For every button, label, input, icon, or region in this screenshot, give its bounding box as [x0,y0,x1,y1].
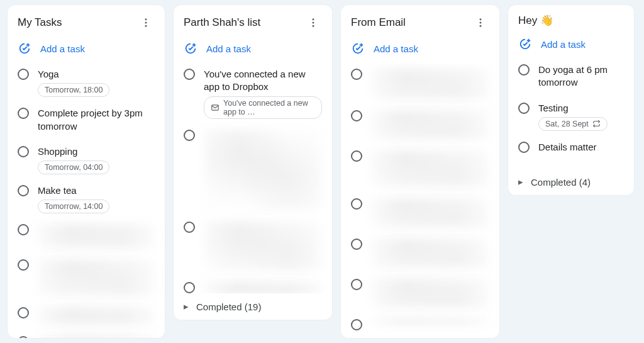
task-item-redacted[interactable] [350,104,491,145]
list-hey: Hey 👋 Add a task Do yoga at 6 pm tomorro… [508,5,634,195]
task-footer-text: Approaching!👀 What's Ahead? [350,335,491,338]
list-from-email: From Email Add a task [341,5,499,338]
task-date-chip[interactable]: Tomorrow, 04:00 [38,160,109,174]
add-task-icon [184,42,197,55]
svg-point-2 [145,25,147,27]
task-title: Shopping [38,145,155,158]
list-title: From Email [351,16,406,29]
task-checkbox[interactable] [351,198,362,210]
list-header: Hey 👋 [508,5,634,31]
task-checkbox[interactable] [351,319,362,330]
task-checkbox[interactable] [18,224,29,235]
more-button[interactable] [472,14,489,31]
svg-point-6 [313,22,314,24]
task-item-redacted[interactable] [350,313,491,335]
add-task-label: Add a task [206,43,251,54]
task-email-chip[interactable]: You've connected a new app to … [204,96,322,119]
task-item-redacted[interactable] [16,254,156,301]
task-date-chip[interactable]: Sat, 28 Sept [538,117,608,131]
add-task-label: Add a task [40,43,85,54]
task-checkbox[interactable] [184,130,195,141]
task-checkbox[interactable] [518,142,530,153]
task-checkbox[interactable] [18,185,29,196]
svg-point-0 [145,18,147,20]
task-item-redacted[interactable] [350,145,491,193]
task-item-redacted[interactable] [16,330,156,338]
task-item[interactable]: Testing Sat, 28 Sept [517,97,625,136]
task-checkbox[interactable] [18,307,29,318]
list-title: Hey 👋 [518,14,553,27]
task-checkbox[interactable] [518,64,530,76]
task-item-redacted[interactable] [350,63,491,104]
task-checkbox[interactable] [184,222,195,233]
caret-right-icon: ▸ [184,301,189,312]
task-checkbox[interactable] [518,103,530,114]
add-task-button[interactable]: Add a task [341,35,499,63]
completed-label: Completed (19) [196,301,261,312]
task-item[interactable]: Do yoga at 6 pm tomorrow [517,59,625,97]
more-vert-icon [308,17,319,28]
completed-section-toggle[interactable]: ▸ Completed (4) [508,169,634,195]
add-task-button[interactable]: Add a task [174,35,332,63]
task-checkbox[interactable] [184,69,195,80]
task-checkbox[interactable] [18,69,29,80]
task-checkbox[interactable] [351,110,362,121]
task-checkbox[interactable] [184,282,195,293]
task-item[interactable]: Shopping Tomorrow, 04:00 [16,140,156,179]
task-checkbox[interactable] [351,279,362,290]
task-item[interactable]: Make tea Tomorrow, 14:00 [16,179,156,218]
list-header: From Email [341,5,499,35]
task-item[interactable]: Details matter [517,136,625,161]
task-item[interactable]: Yoga Tomorrow, 18:00 [16,63,156,102]
repeat-icon [592,120,601,128]
list-my-tasks: My Tasks Add a task Yoga Tomorrow, 18:00… [8,5,165,338]
task-item-redacted[interactable] [350,273,491,313]
task-checkbox[interactable] [351,239,362,250]
list-header: My Tasks [8,5,165,35]
more-vert-icon [475,17,486,28]
task-title: You've connected a new app to Dropbox [204,68,322,94]
task-item-redacted[interactable] [16,218,156,254]
task-date-chip[interactable]: Tomorrow, 14:00 [38,200,109,213]
svg-point-7 [313,25,314,27]
task-item-redacted[interactable] [350,233,491,273]
task-checkbox[interactable] [18,259,29,271]
task-item[interactable]: Complete project by 3pm tomorrow [16,102,156,140]
list-title: My Tasks [18,16,62,29]
list-parth: Parth Shah's list Add a task You've conn… [174,5,332,320]
add-task-icon [351,42,365,55]
task-item-redacted[interactable] [182,216,323,276]
add-task-button[interactable]: Add a task [8,35,165,63]
task-title: Complete project by 3pm tomorrow [38,107,155,133]
add-task-button[interactable]: Add a task [508,31,634,59]
task-checkbox[interactable] [18,336,29,338]
task-list: Yoga Tomorrow, 18:00 Complete project by… [8,63,165,338]
svg-point-11 [480,18,482,20]
task-item-redacted[interactable] [16,301,156,330]
task-item-redacted[interactable] [182,124,323,216]
completed-section-toggle[interactable]: ▸ Completed (19) [174,293,332,320]
task-item-redacted[interactable] [350,193,491,233]
task-title: Testing [538,102,624,115]
task-checkbox[interactable] [18,146,29,157]
caret-right-icon: ▸ [518,176,523,188]
svg-point-12 [480,22,482,24]
task-item[interactable]: You've connected a new app to Dropbox Yo… [182,63,323,124]
task-item-redacted[interactable] [182,276,323,294]
task-title: Make tea [38,184,155,197]
add-task-label: Add a task [374,43,418,54]
more-button[interactable] [137,14,155,31]
add-task-icon [18,42,31,55]
more-vert-icon [140,17,152,28]
svg-point-1 [145,22,147,24]
task-checkbox[interactable] [351,69,362,80]
task-checkbox[interactable] [18,108,29,119]
completed-label: Completed (4) [531,177,591,188]
task-list: Do yoga at 6 pm tomorrow Testing Sat, 28… [508,59,634,169]
task-checkbox[interactable] [351,150,362,162]
svg-point-13 [480,25,482,27]
task-title: Yoga [38,68,155,81]
task-list: You've connected a new app to Dropbox Yo… [174,63,332,293]
more-button[interactable] [304,14,322,31]
task-date-chip[interactable]: Tomorrow, 18:00 [38,83,109,97]
